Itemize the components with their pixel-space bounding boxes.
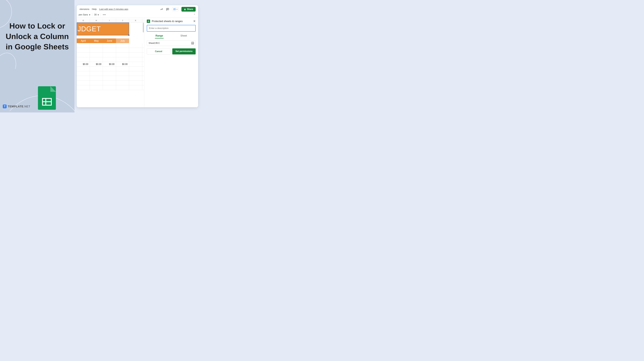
dropdown-icon: ▾	[98, 13, 99, 16]
present-button[interactable]: ▾	[172, 7, 179, 11]
top-right-actions: ▾ Share	[160, 7, 196, 11]
sheets-window: xtensions Help Last edit was 2 minutes a…	[77, 5, 198, 107]
data-rows: $0.00 $0.00 $0.00 $0.00	[77, 43, 144, 90]
more-toolbar-icon[interactable]: •••	[103, 13, 106, 16]
last-edit-link[interactable]: Last edit was 2 minutes ago	[99, 8, 128, 10]
month-cell[interactable]: April	[77, 38, 90, 43]
selection-handle[interactable]	[128, 34, 130, 36]
column-headers: G H I J K	[77, 18, 144, 22]
cell[interactable]: $0.00	[90, 62, 103, 66]
range-value: Sheet1!B:C	[148, 42, 160, 44]
protected-ranges-panel: Protected sheets & ranges ✕ Range Sheet …	[144, 18, 198, 107]
month-header-row: April May June July	[77, 38, 144, 43]
table-row[interactable]	[77, 57, 144, 62]
font-size: 30	[94, 13, 97, 16]
table-row[interactable]	[77, 71, 144, 76]
select-range-icon[interactable]	[191, 42, 194, 44]
svg-rect-0	[166, 8, 169, 10]
present-icon	[173, 8, 176, 10]
format-toolbar: pen Sans ▾ 30 ▾ ••• ⌃	[77, 12, 198, 18]
col-header[interactable]: G	[77, 18, 90, 22]
close-icon[interactable]: ✕	[193, 19, 196, 23]
description-input[interactable]	[147, 25, 196, 31]
col-header[interactable]: H	[90, 18, 103, 22]
panel-header: Protected sheets & ranges ✕	[147, 19, 196, 23]
month-cell[interactable]: June	[103, 38, 116, 43]
table-row[interactable]	[77, 81, 144, 85]
window-topbar: xtensions Help Last edit was 2 minutes a…	[77, 5, 198, 12]
dropdown-icon: ▾	[89, 13, 90, 16]
col-header[interactable]: J	[116, 18, 129, 22]
table-row[interactable]	[77, 76, 144, 81]
cell[interactable]: $0.00	[116, 62, 129, 66]
menu-help[interactable]: Help	[92, 8, 97, 10]
month-cell[interactable]: May	[90, 38, 103, 43]
cancel-button[interactable]: Cancel	[147, 48, 170, 54]
panel-buttons: Cancel Set permissions	[147, 48, 196, 54]
brand-mark: T	[3, 104, 6, 108]
content-row: G H I J K JDGET April May June July	[77, 18, 198, 107]
chevron-down-icon: ▾	[176, 8, 178, 10]
col-header[interactable]: I	[103, 18, 116, 22]
brand-main: TEMPLATE	[8, 105, 24, 108]
font-size-selector[interactable]: 30 ▾	[94, 13, 99, 16]
table-row[interactable]	[77, 85, 144, 90]
trend-icon[interactable]	[160, 7, 163, 11]
google-sheets-logo	[38, 86, 56, 110]
tab-range[interactable]: Range	[155, 33, 164, 38]
cell[interactable]: $0.00	[77, 62, 90, 66]
lock-icon	[184, 8, 186, 10]
panel-tabs: Range Sheet	[147, 33, 196, 38]
table-row[interactable]	[77, 52, 144, 57]
table-row[interactable]	[77, 66, 144, 71]
vertical-scrollbar[interactable]	[143, 23, 144, 32]
tutorial-sidebar: How to Lock or Unlock a Column in Google…	[0, 0, 74, 112]
cell[interactable]	[129, 62, 142, 66]
font-selector[interactable]: pen Sans ▾	[79, 13, 90, 16]
banner-text: JDGET	[78, 25, 101, 33]
font-name: pen Sans	[79, 13, 88, 16]
tutorial-title: How to Lock or Unlock a Column in Google…	[3, 21, 72, 52]
table-row[interactable]	[77, 43, 144, 48]
title-banner-cell[interactable]: JDGET	[77, 22, 129, 35]
brand-suffix: .NET	[24, 105, 30, 108]
set-permissions-button[interactable]: Set permissions	[172, 48, 196, 54]
range-input[interactable]: Sheet1!B:C	[147, 40, 196, 46]
menu-extensions[interactable]: xtensions	[80, 8, 90, 10]
tab-sheet[interactable]: Sheet	[180, 33, 188, 38]
col-header[interactable]: K	[129, 18, 142, 22]
share-button[interactable]: Share	[182, 7, 196, 11]
panel-title: Protected sheets & ranges	[152, 20, 183, 23]
menu-bar: xtensions Help Last edit was 2 minutes a…	[79, 8, 128, 10]
brand-logo-group: T TEMPLATE.NET	[3, 104, 30, 108]
share-label: Share	[187, 8, 193, 10]
comment-icon[interactable]	[166, 7, 169, 11]
month-cell[interactable]: July	[116, 38, 129, 43]
collapse-toolbar-icon[interactable]: ⌃	[194, 13, 195, 16]
sheets-icon	[147, 19, 150, 23]
spreadsheet-grid[interactable]: G H I J K JDGET April May June July	[77, 18, 144, 107]
cell[interactable]: $0.00	[103, 62, 116, 66]
table-row[interactable]	[77, 48, 144, 52]
table-row[interactable]: $0.00 $0.00 $0.00 $0.00	[77, 62, 144, 66]
brand-wordmark: TEMPLATE.NET	[8, 105, 30, 108]
